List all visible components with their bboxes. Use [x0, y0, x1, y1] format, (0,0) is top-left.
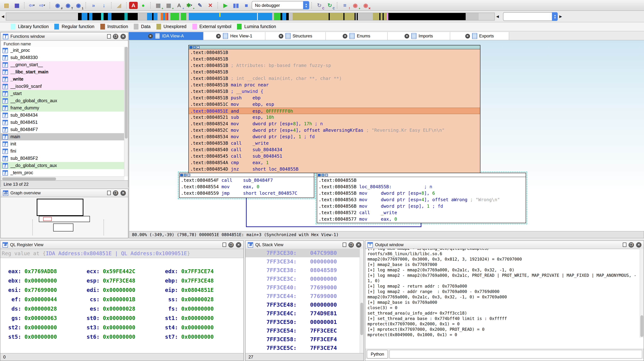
function-row[interactable]: finit	[1, 140, 124, 148]
disasm-line[interactable]: .text:0804851B	[189, 56, 480, 62]
close-icon[interactable]: ✕	[636, 242, 642, 247]
navband-segment[interactable]	[160, 13, 163, 20]
navband-segment[interactable]	[101, 13, 104, 20]
stack-row[interactable]: 7FF3CE30: 047C99B0	[246, 249, 360, 257]
disasm-line[interactable]: .text:08048554 mov eax, 0	[180, 184, 314, 190]
make-name-icon[interactable]: A+	[174, 1, 184, 10]
function-row[interactable]: fframe_dummy	[1, 104, 124, 112]
search-text-icon[interactable]: ◉T	[63, 1, 73, 10]
navband-segment[interactable]	[165, 13, 167, 20]
jump-down-icon[interactable]: ↓	[99, 1, 109, 10]
function-row[interactable]: ffini	[1, 148, 124, 155]
spinner-arrows-icon[interactable]: ▲▼	[552, 12, 558, 21]
python-console-input[interactable]	[390, 350, 642, 358]
function-row[interactable]: fsub_80484F7	[1, 126, 124, 133]
navband-segment[interactable]	[280, 13, 282, 20]
functions-horizontal-scrollbar[interactable]	[1, 176, 124, 181]
disasm-line[interactable]: .text:0804851E and esp, 0FFFFFFF0h	[189, 108, 480, 114]
navband-segment[interactable]	[170, 13, 179, 20]
start-process-icon[interactable]: ▶	[220, 1, 230, 10]
disasm-line[interactable]: .text:0804851C mov ebp, esp	[189, 101, 480, 108]
disasm-line[interactable]: .text:0804851B ; int __cdecl main(int, c…	[189, 75, 480, 82]
disasm-line[interactable]: .text:08048559 jmp short locret_804857C	[180, 190, 314, 197]
navband-segment[interactable]	[168, 13, 170, 20]
navband-segment[interactable]	[282, 13, 286, 20]
navband-segment[interactable]	[152, 13, 153, 20]
navband-segment[interactable]	[128, 13, 138, 20]
stop-process-icon[interactable]: ■	[241, 1, 251, 10]
disasm-line[interactable]: .text:0804854F call sub_80484F7	[180, 177, 314, 184]
stack-vertical-scrollbar[interactable]	[360, 249, 364, 353]
navband-segment[interactable]	[330, 13, 343, 20]
navband-segment[interactable]	[344, 13, 354, 20]
navband-segment[interactable]	[147, 13, 152, 20]
function-row[interactable]: fsub_80485F2	[1, 155, 124, 162]
navband-segment[interactable]	[380, 13, 382, 20]
tab-exports[interactable]: ✕Exports	[450, 32, 509, 40]
navband-segment[interactable]	[157, 13, 160, 20]
tab-close-icon[interactable]: ✕	[465, 34, 470, 38]
navband-address-spinner[interactable]: ▲▼	[503, 12, 558, 21]
navband-segment[interactable]	[82, 13, 87, 20]
tab-enums[interactable]: ✕Enums	[326, 32, 388, 40]
stack-row[interactable]: 7FF3CE38: 08048589	[246, 266, 360, 275]
tab-close-icon[interactable]: ✕	[404, 34, 409, 38]
disasm-line[interactable]: .text:0804855B mov dword ptr [esp+8], 6	[317, 190, 526, 197]
function-row[interactable]: fmain	[1, 133, 124, 140]
navband-segment[interactable]	[104, 13, 108, 20]
python-console-button[interactable]: Python	[367, 350, 388, 358]
node-titlebar[interactable]	[189, 45, 480, 49]
disasm-line[interactable]: .text:0804851B ; Attributes: bp-based fr…	[189, 62, 480, 69]
colors-icon[interactable]: ●	[138, 1, 148, 10]
navband-right-arrow-icon[interactable]: ▶	[558, 15, 564, 18]
disasm-line[interactable]: .text:08048577 mov eax, 0	[317, 216, 526, 222]
delete-breakpoint-icon[interactable]: ◉✕	[361, 1, 371, 10]
navigate-back-icon[interactable]: ⇦▼	[27, 1, 37, 10]
function-row[interactable]: f_write	[1, 76, 124, 83]
add-breakpoint-icon[interactable]: ◉+	[350, 1, 360, 10]
navband-mid-arrow-icon[interactable]: ◀	[494, 15, 500, 18]
maximize-icon[interactable]	[222, 243, 226, 247]
stack-row[interactable]: 7FF3CE3C: 00000000	[246, 275, 360, 283]
disasm-line[interactable]: .text:08048534 mov dword ptr [esp], 1 ; …	[189, 134, 480, 140]
navband-segment[interactable]	[274, 13, 280, 20]
stack-row[interactable]: 7FF3CE44: 77699000	[246, 292, 360, 300]
restore-icon[interactable]: ❐	[113, 190, 118, 196]
navband-segment[interactable]	[138, 13, 147, 20]
restore-icon[interactable]: ❐	[228, 242, 234, 247]
graph-overview-minimap[interactable]	[1, 197, 128, 238]
function-row[interactable]: f__isoc99_scanf	[1, 83, 124, 90]
navband-segment[interactable]	[288, 13, 292, 20]
navband-segment[interactable]	[181, 13, 186, 20]
function-row[interactable]: f_init_proc	[1, 47, 124, 54]
disasm-line[interactable]: .text:08048563 mov dword ptr [esp+4], of…	[317, 197, 526, 203]
close-icon[interactable]: ✕	[120, 190, 126, 196]
graph-node-left[interactable]: .text:0804854F call sub_80484F7.text:080…	[179, 173, 314, 198]
close-icon[interactable]: ✕	[120, 34, 126, 39]
search-sequence-icon[interactable]: ◉1	[73, 1, 84, 10]
navband-segment[interactable]	[92, 13, 101, 20]
disasm-line[interactable]: .text:08048540 call sub_8048434	[189, 147, 480, 153]
node-titlebar[interactable]	[317, 173, 526, 177]
function-row[interactable]: f__libc_start_main	[1, 68, 124, 76]
navband-segment[interactable]	[258, 13, 272, 20]
graph-overview-titlebar[interactable]: 品 Graph overview ❐ ✕	[1, 189, 128, 197]
disasm-line[interactable]: .text:0804855B loc_804855B: ; n	[317, 184, 526, 190]
navband-segment[interactable]	[358, 13, 373, 20]
tab-imports[interactable]: ✕Imports	[388, 32, 450, 40]
maximize-icon[interactable]	[343, 243, 346, 247]
navband-segment[interactable]	[388, 13, 466, 20]
navband-segment[interactable]	[272, 13, 274, 20]
disasm-line[interactable]: .text:08048572 call _write	[317, 209, 526, 216]
edit-function-icon[interactable]: ✎	[195, 1, 205, 10]
stack-row[interactable]: 7FF3CE40: 77699000	[246, 283, 360, 292]
restore-icon[interactable]: ❐	[628, 242, 634, 247]
navband-segment[interactable]	[108, 13, 111, 20]
function-row[interactable]: f_term_proc	[1, 169, 124, 176]
navband-segment[interactable]	[466, 13, 478, 20]
output-vertical-scrollbar[interactable]	[640, 249, 644, 337]
function-row[interactable]: f__do_global_dtors_aux	[1, 97, 124, 104]
make-code-icon[interactable]: ▦+	[153, 1, 163, 10]
navband-segment[interactable]	[286, 13, 288, 20]
register-view-titlebar[interactable]: ≣ QL Register View ❐ ✕	[0, 241, 244, 249]
